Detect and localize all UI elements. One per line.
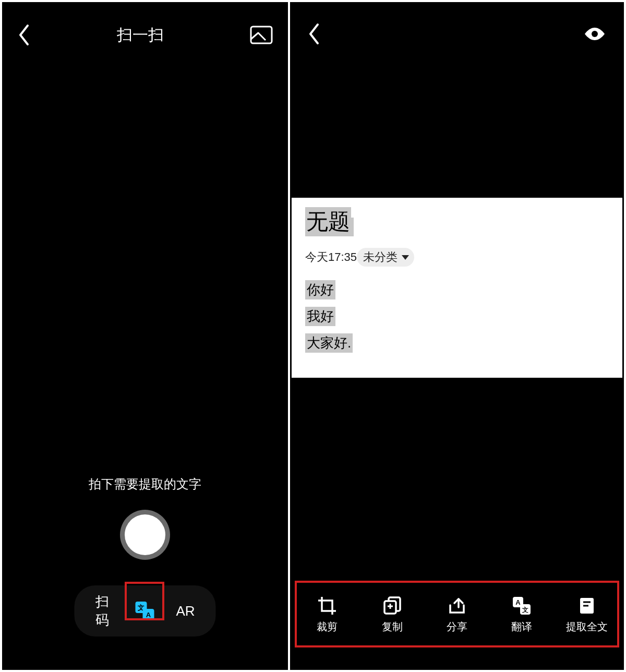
translate-icon: 文 A xyxy=(134,601,155,621)
tab-ar[interactable]: AR xyxy=(176,603,195,619)
visibility-toggle[interactable] xyxy=(583,26,607,44)
back-button[interactable] xyxy=(17,23,31,46)
chevron-left-icon xyxy=(17,23,31,46)
svg-point-5 xyxy=(592,31,598,37)
shutter-button[interactable] xyxy=(120,510,170,560)
scan-header: 扫一扫 xyxy=(4,4,286,66)
svg-text:A: A xyxy=(146,611,151,619)
crop-label: 裁剪 xyxy=(317,620,338,634)
share-icon xyxy=(447,596,467,616)
extracted-document: 无题 今天17:35 未分类 你好 我好 大家好. xyxy=(292,198,622,378)
svg-text:A: A xyxy=(516,598,521,606)
tab-scan-code[interactable]: 扫码 xyxy=(95,593,114,629)
shutter-inner xyxy=(125,514,165,555)
back-button[interactable] xyxy=(307,22,321,47)
tab-translate[interactable]: 文 A xyxy=(134,601,155,621)
share-label: 分享 xyxy=(447,620,467,634)
result-toolbar: 裁剪 复制 分享 A 文 xyxy=(292,586,622,643)
svg-text:文: 文 xyxy=(522,606,528,614)
scan-screen: 扫一扫 拍下需要提取的文字 扫码 文 A AR xyxy=(2,2,288,670)
copy-label: 复制 xyxy=(382,620,403,634)
scan-title: 扫一扫 xyxy=(117,25,164,46)
scan-hint: 拍下需要提取的文字 xyxy=(4,476,286,493)
doc-title-cursor xyxy=(350,218,354,236)
share-button[interactable]: 分享 xyxy=(428,596,486,634)
doc-title[interactable]: 无题 xyxy=(305,207,351,236)
translate-icon: A 文 xyxy=(512,596,532,616)
doc-body: 你好 我好 大家好. xyxy=(305,280,609,360)
extract-label: 提取全文 xyxy=(566,620,608,634)
chevron-left-icon xyxy=(307,22,321,45)
eye-icon xyxy=(583,26,607,42)
doc-timestamp: 今天17:35 xyxy=(305,249,357,265)
doc-meta: 今天17:35 未分类 xyxy=(305,248,609,267)
doc-line[interactable]: 我好 xyxy=(305,307,335,326)
doc-line[interactable]: 你好 xyxy=(305,280,335,299)
copy-button[interactable]: 复制 xyxy=(364,596,421,634)
album-button[interactable] xyxy=(250,26,273,44)
translate-label: 翻译 xyxy=(511,620,532,634)
document-icon xyxy=(577,596,597,616)
crop-button[interactable]: 裁剪 xyxy=(298,596,356,634)
doc-category-chip[interactable]: 未分类 xyxy=(357,248,414,267)
scan-mode-tabs: 扫码 文 A AR xyxy=(75,585,216,637)
copy-icon xyxy=(382,596,402,616)
ocr-result-screen: 无题 今天17:35 未分类 你好 我好 大家好. 裁剪 复制 xyxy=(290,2,624,670)
translate-button[interactable]: A 文 翻译 xyxy=(493,596,550,634)
crop-icon xyxy=(317,596,337,616)
extract-fulltext-button[interactable]: 提取全文 xyxy=(558,596,616,634)
doc-line[interactable]: 大家好. xyxy=(305,333,353,353)
album-icon xyxy=(250,26,273,44)
result-header xyxy=(292,4,622,66)
